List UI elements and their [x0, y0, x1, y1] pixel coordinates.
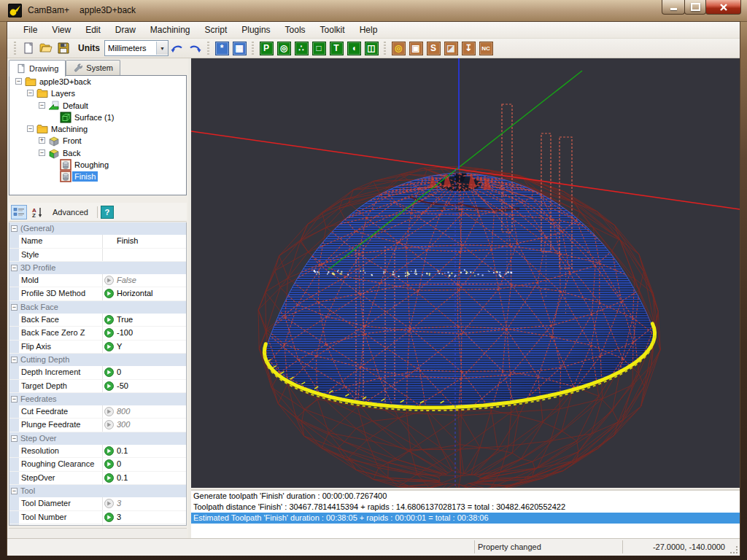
alphabetical-view-button[interactable]	[29, 205, 45, 219]
log-line[interactable]: Estimated Toolpath 'Finish' duration : 0…	[191, 513, 740, 524]
menu-machining[interactable]: Machining	[143, 23, 198, 37]
property-value[interactable]: 0.1	[117, 446, 128, 455]
help-button[interactable]: ?	[101, 206, 114, 219]
property-row-resolution[interactable]: Resolution0.1	[9, 445, 186, 458]
engrave-mop-button[interactable]: S	[425, 40, 441, 56]
collapse-icon[interactable]: −	[39, 102, 45, 109]
collapse-icon[interactable]: −	[39, 149, 45, 156]
profile-mop-button[interactable]: ◎	[390, 40, 406, 56]
property-category-3d-profile[interactable]: −3D Profile	[9, 262, 186, 274]
log-line[interactable]: Toolpath distance 'Finish' : 30467.78144…	[191, 502, 740, 513]
tree-node-machining[interactable]: −Machining	[9, 123, 186, 135]
undo-button[interactable]	[169, 40, 185, 56]
log-line[interactable]: Generate toolpath 'Finish' duration : 00…	[191, 491, 740, 502]
units-combobox[interactable]: Millimeters ▼	[104, 40, 169, 56]
property-value[interactable]: False	[117, 276, 136, 284]
property-value[interactable]: True	[117, 315, 133, 324]
tab-drawing[interactable]: Drawing	[9, 60, 66, 77]
tree-node-front[interactable]: +Front	[9, 135, 186, 147]
resize-grip[interactable]	[729, 545, 738, 554]
property-row-depth-increment[interactable]: Depth Increment0	[9, 366, 186, 379]
grid-button[interactable]: ▦	[231, 40, 247, 56]
tree-node-apple3d-back[interactable]: −apple3D+back	[9, 76, 186, 88]
property-value[interactable]: 3	[117, 499, 121, 508]
collapse-icon[interactable]: −	[11, 396, 18, 402]
collapse-icon[interactable]: −	[11, 435, 18, 442]
title-bar[interactable]: CamBam+apple3D+back	[0, 0, 747, 22]
point-list-button[interactable]: ∴	[293, 40, 309, 56]
save-file-button[interactable]	[55, 40, 71, 56]
property-row-flip-axis[interactable]: Flip AxisY	[9, 341, 186, 354]
property-value[interactable]: Horizontal	[117, 289, 153, 298]
menu-edit[interactable]: Edit	[78, 23, 108, 37]
property-value[interactable]: Finish	[117, 236, 138, 245]
property-value[interactable]: -100	[117, 328, 133, 337]
text-button[interactable]: T	[328, 40, 344, 56]
tree-node-roughing[interactable]: Roughing	[9, 159, 186, 171]
property-row-tool-profile[interactable]: Tool ProfileBall Nose	[9, 524, 186, 526]
menu-draw[interactable]: Draw	[108, 23, 143, 37]
surface-button[interactable]: ◫	[363, 40, 379, 56]
minimize-button[interactable]	[662, 0, 685, 15]
viewport-3d[interactable]	[191, 58, 740, 488]
collapse-icon[interactable]: −	[11, 265, 18, 271]
arc-button[interactable]: ◖	[346, 40, 362, 56]
collapse-icon[interactable]: −	[11, 488, 18, 494]
tree-node-finish[interactable]: Finish	[9, 171, 186, 182]
menu-help[interactable]: Help	[352, 23, 385, 37]
collapse-icon[interactable]: −	[27, 125, 34, 132]
tree-node-layers[interactable]: −Layers	[9, 88, 186, 99]
close-button[interactable]	[705, 0, 741, 15]
property-row-back-face[interactable]: Back FaceTrue	[9, 314, 186, 327]
property-row-tool-number[interactable]: Tool Number3	[9, 511, 186, 524]
collapse-icon[interactable]: −	[27, 90, 34, 96]
tree-node-back[interactable]: −Back	[9, 147, 186, 159]
collapse-icon[interactable]: −	[11, 225, 18, 232]
tree-node-default[interactable]: −Default	[9, 100, 186, 112]
property-category-feedrates[interactable]: −Feedrates	[9, 393, 186, 405]
units-dropdown-arrow[interactable]: ▼	[156, 42, 168, 55]
categorized-view-button[interactable]	[11, 205, 27, 219]
toolbar-grip[interactable]	[207, 42, 209, 55]
pocket-mop-button[interactable]: ▣	[408, 40, 424, 56]
property-category-tool[interactable]: −Tool	[9, 485, 186, 497]
property-row-cut-feedrate[interactable]: Cut Feedrate800	[9, 405, 186, 419]
menu-file[interactable]: File	[16, 23, 44, 37]
property-row-profile-3d-method[interactable]: Profile 3D MethodHorizontal	[9, 287, 186, 300]
property-value[interactable]: Y	[117, 342, 122, 351]
open-file-button[interactable]	[38, 40, 54, 56]
tab-system[interactable]: System	[66, 60, 120, 75]
property-row-mold[interactable]: MoldFalse	[9, 274, 186, 287]
rectangle-button[interactable]: □	[311, 40, 327, 56]
collapse-icon[interactable]: −	[11, 304, 18, 311]
property-row-stepover[interactable]: StepOver0.1	[9, 472, 186, 485]
gcode-button[interactable]: NC	[478, 40, 494, 56]
collapse-icon[interactable]: −	[11, 357, 18, 363]
profile3d-mop-button[interactable]: ◪	[443, 40, 459, 56]
advanced-button[interactable]: Advanced	[53, 208, 88, 217]
menu-tools[interactable]: Tools	[278, 23, 313, 37]
property-row-style[interactable]: Style	[9, 249, 186, 262]
property-value[interactable]: 0.1	[117, 473, 128, 482]
collapse-icon[interactable]: −	[15, 78, 22, 85]
menu-script[interactable]: Script	[198, 23, 235, 37]
toolbar-grip[interactable]	[252, 42, 254, 55]
property-row-name[interactable]: NameFinish	[9, 235, 186, 248]
menu-view[interactable]: View	[44, 23, 78, 37]
snap-points-button[interactable]: *	[214, 40, 230, 56]
redo-button[interactable]	[187, 40, 203, 56]
property-category-step-over[interactable]: −Step Over	[9, 432, 186, 445]
toolbar-grip[interactable]	[14, 42, 16, 55]
property-value[interactable]: 300	[117, 420, 130, 429]
tree-node-surface-1-[interactable]: Surface (1)	[9, 112, 186, 123]
expand-icon[interactable]: +	[39, 137, 45, 144]
property-value[interactable]: 800	[117, 407, 130, 416]
property-row-plunge-feedrate[interactable]: Plunge Feedrate300	[9, 419, 186, 432]
drill-mop-button[interactable]: ↧	[460, 40, 476, 56]
property-category-back-face[interactable]: −Back Face	[9, 301, 186, 314]
property-value[interactable]: 0	[117, 459, 121, 468]
menu-toolkit[interactable]: Toolkit	[313, 23, 352, 37]
property-category--general-[interactable]: −(General)	[9, 222, 186, 235]
circle-button[interactable]: ◎	[276, 40, 292, 56]
maximize-button[interactable]	[684, 0, 706, 15]
